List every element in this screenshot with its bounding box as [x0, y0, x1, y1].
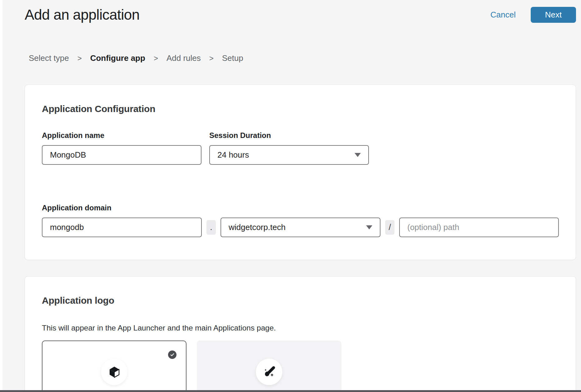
session-duration-field: Session Duration 24 hours [209, 131, 369, 165]
logo-options-row: Default Custom [42, 341, 559, 392]
cube-icon [108, 365, 121, 379]
page-title: Add an application [25, 6, 140, 23]
step-select-type[interactable]: Select type [29, 53, 69, 63]
chevron-down-icon [355, 153, 361, 157]
chevron-down-icon [366, 225, 372, 229]
logo-section-title: Application logo [42, 295, 559, 306]
default-logo-option[interactable]: Default [42, 341, 186, 392]
page-header: Add an application Cancel Next [25, 6, 576, 23]
application-configuration-card: Application Configuration Application na… [25, 85, 576, 260]
domain-select[interactable]: widgetcorp.tech [221, 218, 380, 237]
name-duration-row: Application name Session Duration 24 hou… [42, 131, 559, 165]
step-separator-icon: > [77, 54, 82, 63]
application-name-label: Application name [42, 131, 201, 140]
main-content: Add an application Cancel Next Select ty… [25, 0, 576, 392]
step-separator-icon: > [209, 54, 214, 63]
configuration-section-title: Application Configuration [42, 104, 559, 114]
next-button[interactable]: Next [531, 7, 576, 23]
path-input[interactable] [399, 218, 559, 237]
slash-separator: / [385, 220, 395, 235]
default-logo-circle [101, 359, 127, 385]
selected-check-icon [168, 350, 176, 359]
step-setup[interactable]: Setup [222, 53, 243, 63]
session-duration-label: Session Duration [209, 131, 369, 140]
custom-logo-circle [256, 359, 282, 385]
left-edge-strip [0, 0, 2, 392]
header-actions: Cancel Next [489, 7, 576, 23]
page: { "header": { "title": "Add an applicati… [0, 0, 581, 392]
paintbrush-icon [262, 365, 276, 379]
wizard-steps: Select type > Configure app > Add rules … [25, 53, 576, 63]
step-separator-icon: > [154, 54, 158, 63]
domain-select-value: widgetcorp.tech [229, 223, 286, 232]
application-name-input[interactable] [42, 145, 201, 165]
cancel-button[interactable]: Cancel [489, 10, 518, 20]
application-logo-card: Application logo This will appear in the… [25, 276, 576, 392]
custom-logo-option[interactable]: Custom [197, 341, 341, 392]
application-name-field: Application name [42, 131, 201, 165]
dot-separator: . [206, 220, 216, 235]
bottom-edge-bar [0, 390, 581, 392]
logo-description: This will appear in the App Launcher and… [42, 324, 559, 332]
session-duration-value: 24 hours [217, 150, 249, 160]
application-domain-row: . widgetcorp.tech / [42, 218, 559, 237]
application-domain-label: Application domain [42, 203, 559, 212]
subdomain-input[interactable] [42, 218, 202, 237]
step-configure-app[interactable]: Configure app [90, 53, 145, 63]
step-add-rules[interactable]: Add rules [166, 53, 201, 63]
session-duration-select[interactable]: 24 hours [209, 145, 369, 165]
